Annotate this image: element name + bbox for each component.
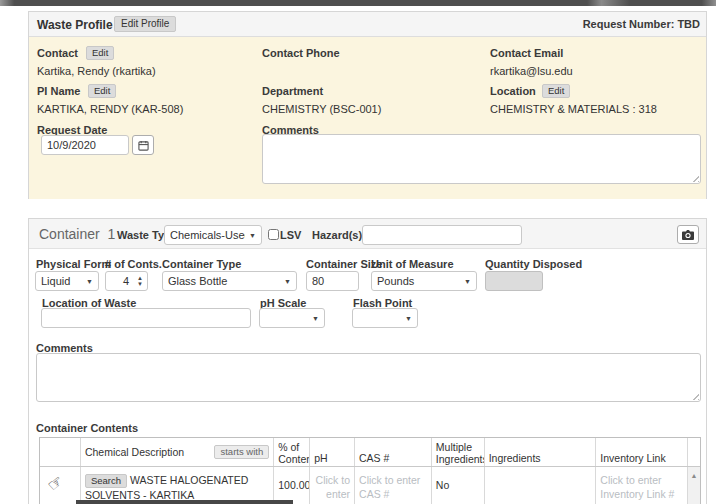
contents-table-header-row: Chemical Description starts with % of Co… (40, 438, 700, 467)
calendar-icon (138, 140, 149, 151)
edit-pi-button[interactable]: Edit (88, 84, 116, 98)
hazards-label: Hazard(s) (312, 229, 362, 241)
waste-profile-panel: Waste Profile Edit Profile Request Numbe… (28, 11, 707, 199)
multiple-ingredients-cell[interactable]: No (431, 467, 484, 504)
waste-profile-page: Waste Profile Edit Profile Request Numbe… (0, 0, 716, 504)
contact-value: Kartika, Rendy (rkartika) (37, 65, 156, 77)
inventory-link-cell[interactable]: Click to enter Inventory Link # (595, 467, 687, 504)
edit-location-button[interactable]: Edit (542, 84, 570, 98)
scrollbar-header-stub (687, 438, 700, 466)
container-type-select[interactable]: Glass Bottle ▼ (162, 271, 297, 291)
request-date-input[interactable] (41, 135, 129, 155)
location-value: CHEMISTRY & MATERIALS : 318 (490, 103, 657, 115)
pi-name-label: PI Name (37, 85, 80, 97)
waste-profile-header: Waste Profile Edit Profile Request Numbe… (29, 12, 706, 37)
ph-header: pH (309, 438, 354, 466)
waste-type-value: Chemicals-Used (170, 229, 245, 241)
calendar-button[interactable] (132, 135, 154, 155)
cas-header: CAS # (354, 438, 431, 466)
inventory-link-header: Inventory Link (595, 438, 687, 466)
contact-phone-label: Contact Phone (262, 47, 340, 59)
container-comments-wrap (36, 353, 701, 402)
dropdown-arrow-icon: ▼ (464, 278, 471, 285)
chemical-description-header-text: Chemical Description (85, 446, 184, 458)
dropdown-arrow-icon: ▼ (284, 278, 291, 285)
cas-cell[interactable]: Click to enter CAS # (354, 467, 431, 504)
container-header: Container 1 Waste Type Chemicals-Used ▼ … (29, 219, 706, 249)
container-size-input[interactable] (306, 271, 359, 291)
page-title: Waste Profile (37, 18, 113, 32)
contact-email-label: Contact Email (490, 47, 563, 59)
container-number: 1 (107, 226, 115, 242)
num-of-conts-value: 4 (106, 272, 133, 290)
container-title-text: Container (39, 226, 100, 242)
num-of-conts-stepper[interactable]: 4 ▲ ▼ (105, 271, 148, 291)
location-label: Location (490, 85, 536, 97)
department-label: Department (262, 85, 323, 97)
dropdown-arrow-icon: ▼ (405, 315, 412, 322)
department-value: CHEMISTRY (BSC-001) (262, 103, 381, 115)
lsv-label: LSV (280, 229, 301, 241)
contents-table-row[interactable]: ☞ Search WASTE HALOGENATED SOLVENTS - KA… (40, 467, 700, 504)
container-title: Container 1 (39, 226, 115, 242)
container-contents-table: Chemical Description starts with % of Co… (39, 437, 701, 504)
chemical-description-header: Chemical Description starts with (80, 438, 273, 466)
percent-of-content-header: % of Content (273, 438, 309, 466)
camera-icon (682, 230, 694, 240)
profile-comments-textarea[interactable] (262, 134, 701, 184)
bottom-cutoff-line (76, 500, 293, 504)
container-type-label: Container Type (162, 258, 241, 270)
pi-name-value: KARTIKA, RENDY (KAR-508) (37, 103, 183, 115)
table-scrollbar[interactable]: ▲ (687, 467, 700, 504)
edit-contact-button[interactable]: Edit (86, 46, 114, 60)
ingredients-cell[interactable] (484, 467, 596, 504)
contact-label: Contact (37, 47, 78, 59)
physical-form-value: Liquid (41, 275, 82, 287)
ph-scale-select[interactable]: ▼ (259, 308, 325, 328)
container-type-value: Glass Bottle (168, 275, 280, 287)
quantity-disposed-input (485, 271, 543, 291)
chemical-description-cell[interactable]: Search WASTE HALOGENATED SOLVENTS - KART… (80, 467, 273, 504)
starts-with-button[interactable]: starts with (214, 445, 269, 459)
contact-email-value: rkartika@lsu.edu (490, 65, 573, 77)
profile-details: Contact Edit Contact Phone Contact Email… (29, 37, 706, 199)
lsv-checkbox[interactable] (268, 229, 279, 240)
ingredients-header: Ingredients (484, 438, 596, 466)
pointing-hand-icon[interactable]: ☞ (43, 471, 68, 497)
edit-profile-button[interactable]: Edit Profile (114, 16, 176, 32)
container-contents-title: Container Contents (36, 422, 138, 434)
stepper-up-icon[interactable]: ▲ (137, 276, 143, 281)
dropdown-arrow-icon: ▼ (86, 278, 93, 285)
container-panel: Container 1 Waste Type Chemicals-Used ▼ … (28, 218, 707, 504)
request-number: Request Number: TBD (583, 18, 700, 30)
camera-button[interactable] (677, 225, 699, 244)
quantity-disposed-label: Quantity Disposed (485, 258, 582, 270)
multiple-ingredients-header: Multiple Ingredients (431, 438, 484, 466)
waste-type-select[interactable]: Chemicals-Used ▼ (164, 225, 262, 245)
dropdown-arrow-icon: ▼ (312, 315, 319, 322)
ph-cell[interactable]: Click to enter pH (309, 467, 354, 504)
hazards-input[interactable] (362, 225, 522, 245)
container-comments-textarea[interactable] (36, 353, 701, 402)
dropdown-arrow-icon: ▼ (249, 232, 256, 239)
unit-of-measure-value: Pounds (377, 275, 460, 287)
flash-point-select[interactable]: ▼ (352, 308, 418, 328)
search-button[interactable]: Search (85, 474, 127, 488)
scroll-up-arrow-icon[interactable]: ▲ (691, 472, 698, 504)
num-of-conts-label: # of Conts. (105, 258, 162, 270)
browser-edge-strip (0, 0, 716, 6)
location-of-waste-input[interactable] (41, 308, 251, 328)
unit-of-measure-select[interactable]: Pounds ▼ (371, 271, 477, 291)
physical-form-select[interactable]: Liquid ▼ (35, 271, 99, 291)
unit-of-measure-label: Unit of Measure (371, 258, 454, 270)
row-selector-column-header (40, 438, 80, 466)
percent-of-content-cell[interactable]: 100.00 (273, 467, 309, 504)
stepper-down-icon[interactable]: ▼ (137, 282, 143, 287)
profile-comments-wrap (262, 134, 701, 184)
row-selector-cell[interactable]: ☞ (40, 467, 80, 504)
container-body: Physical Form # of Conts. Container Type… (29, 249, 706, 504)
physical-form-label: Physical Form (36, 258, 111, 270)
